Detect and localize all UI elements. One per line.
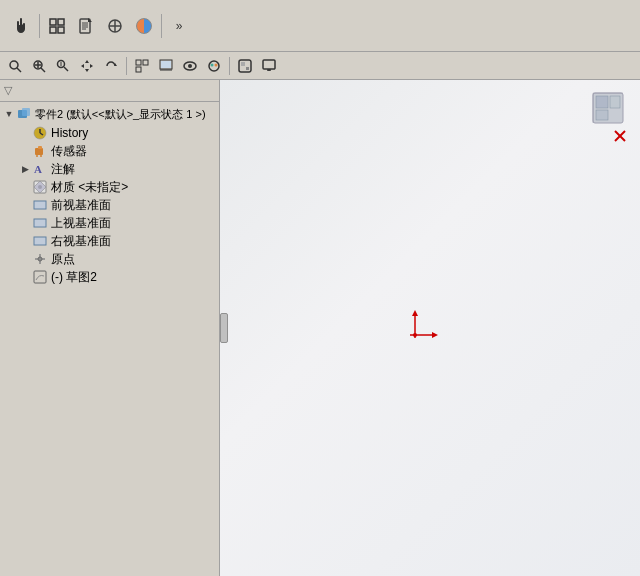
tree-item-material[interactable]: ▶ 材质 <未指定> bbox=[0, 178, 219, 196]
svg-marker-26 bbox=[115, 63, 117, 66]
svg-rect-39 bbox=[241, 62, 245, 66]
hand-tool-button[interactable] bbox=[8, 12, 36, 40]
toolbar-divider4 bbox=[229, 57, 230, 75]
sensor-no-arrow: ▶ bbox=[20, 146, 30, 156]
canvas-scroll-handle[interactable] bbox=[220, 313, 228, 343]
root-expand-arrow: ▼ bbox=[4, 109, 14, 119]
svg-rect-40 bbox=[246, 67, 249, 70]
zoom-to-fit-button[interactable] bbox=[4, 55, 26, 77]
svg-rect-50 bbox=[38, 146, 42, 149]
monitor-icon bbox=[262, 59, 276, 73]
viewport bbox=[220, 80, 640, 576]
front-plane-icon bbox=[32, 197, 48, 213]
globe-icon bbox=[136, 18, 152, 34]
svg-marker-24 bbox=[81, 64, 84, 68]
svg-rect-69 bbox=[596, 96, 608, 108]
front-plane-label: 前视基准面 bbox=[51, 197, 111, 214]
zoom-to-fit-icon bbox=[8, 59, 22, 73]
svg-rect-28 bbox=[143, 60, 148, 65]
hide-show-button[interactable] bbox=[179, 55, 201, 77]
svg-rect-41 bbox=[263, 60, 275, 69]
zoom-in-button[interactable] bbox=[28, 55, 50, 77]
tree-item-right-plane[interactable]: ▶ 右视基准面 bbox=[0, 232, 219, 250]
svg-point-55 bbox=[38, 185, 42, 189]
tree-root-item[interactable]: ▼ 零件2 (默认<<默认>_显示状态 1 >) bbox=[0, 104, 219, 124]
zoom-in-icon bbox=[32, 59, 46, 73]
display-states-button[interactable] bbox=[130, 12, 158, 40]
top-plane-label: 上视基准面 bbox=[51, 215, 111, 232]
tree-item-sensor[interactable]: ▶ 传感器 bbox=[0, 142, 219, 160]
svg-rect-1 bbox=[58, 19, 64, 25]
hand-icon bbox=[14, 18, 30, 34]
svg-rect-45 bbox=[22, 108, 30, 116]
display-style-button[interactable] bbox=[155, 55, 177, 77]
zoom-window-button[interactable] bbox=[52, 55, 74, 77]
filter-icon: ▽ bbox=[4, 84, 12, 97]
panel-filter-bar: ▽ bbox=[0, 80, 219, 102]
featuremanager-icon bbox=[49, 18, 65, 34]
svg-rect-71 bbox=[596, 110, 608, 120]
divider2 bbox=[161, 14, 162, 38]
more-button[interactable]: » bbox=[165, 12, 193, 40]
material-icon bbox=[32, 179, 48, 195]
origin-label: 原点 bbox=[51, 251, 75, 268]
tree-item-annotation[interactable]: ▶ A 注解 bbox=[0, 160, 219, 178]
pan-icon bbox=[80, 59, 94, 73]
svg-point-34 bbox=[188, 64, 192, 68]
part-icon bbox=[16, 106, 32, 122]
canvas-area[interactable] bbox=[220, 80, 640, 576]
canvas-top-right-area bbox=[588, 88, 628, 144]
svg-point-37 bbox=[215, 63, 218, 66]
property-icon bbox=[78, 18, 94, 34]
svg-point-67 bbox=[413, 333, 417, 337]
origin-no-arrow: ▶ bbox=[20, 254, 30, 264]
view-toolbar bbox=[0, 52, 640, 80]
annotation-icon: A bbox=[32, 161, 48, 177]
svg-rect-3 bbox=[58, 27, 64, 33]
main-toolbar-section: » bbox=[4, 10, 197, 42]
tree-item-top-plane[interactable]: ▶ 上视基准面 bbox=[0, 214, 219, 232]
configuration-icon bbox=[107, 18, 123, 34]
close-icon[interactable] bbox=[612, 128, 628, 144]
standard-views-icon bbox=[135, 59, 149, 73]
svg-marker-23 bbox=[85, 69, 89, 72]
svg-point-35 bbox=[209, 61, 219, 71]
monitor-button[interactable] bbox=[258, 55, 280, 77]
feature-tree-panel: ▽ ▼ 零件2 (默认<<默认>_显示状态 1 >) ▶ bbox=[0, 80, 220, 576]
svg-rect-57 bbox=[34, 219, 46, 227]
rotate-button[interactable] bbox=[100, 55, 122, 77]
annotation-label: 注解 bbox=[51, 161, 75, 178]
tree-item-sketch2[interactable]: ▶ (-) 草图2 bbox=[0, 268, 219, 286]
root-label: 零件2 (默认<<默认>_显示状态 1 >) bbox=[35, 107, 206, 122]
svg-point-13 bbox=[10, 61, 18, 69]
top-plane-no-arrow: ▶ bbox=[20, 218, 30, 228]
hide-show-icon bbox=[183, 59, 197, 73]
svg-line-16 bbox=[41, 68, 45, 72]
svg-rect-2 bbox=[50, 27, 56, 33]
display-style-icon bbox=[159, 59, 173, 73]
edit-appearance-button[interactable] bbox=[203, 55, 225, 77]
right-plane-label: 右视基准面 bbox=[51, 233, 111, 250]
grid-tool-button[interactable] bbox=[43, 12, 71, 40]
svg-rect-58 bbox=[34, 237, 46, 245]
configuration-tool-button[interactable] bbox=[101, 12, 129, 40]
svg-rect-29 bbox=[136, 67, 141, 72]
pan-button[interactable] bbox=[76, 55, 98, 77]
right-plane-icon bbox=[32, 233, 48, 249]
orientation-cube[interactable] bbox=[588, 88, 628, 128]
standard-views-button[interactable] bbox=[131, 55, 153, 77]
more-icon: » bbox=[176, 19, 183, 33]
zoom-window-icon bbox=[56, 59, 70, 73]
history-no-arrow: ▶ bbox=[20, 128, 30, 138]
top-toolbar: » bbox=[0, 0, 640, 52]
tree-item-origin[interactable]: ▶ 原点 bbox=[0, 250, 219, 268]
material-label: 材质 <未指定> bbox=[51, 179, 128, 196]
sensor-icon bbox=[32, 143, 48, 159]
svg-rect-62 bbox=[34, 271, 46, 283]
tree-item-history[interactable]: ▶ History bbox=[0, 124, 219, 142]
svg-point-36 bbox=[211, 63, 214, 66]
tree-item-front-plane[interactable]: ▶ 前视基准面 bbox=[0, 196, 219, 214]
property-tool-button[interactable] bbox=[72, 12, 100, 40]
scene-button[interactable] bbox=[234, 55, 256, 77]
origin-icon bbox=[32, 251, 48, 267]
